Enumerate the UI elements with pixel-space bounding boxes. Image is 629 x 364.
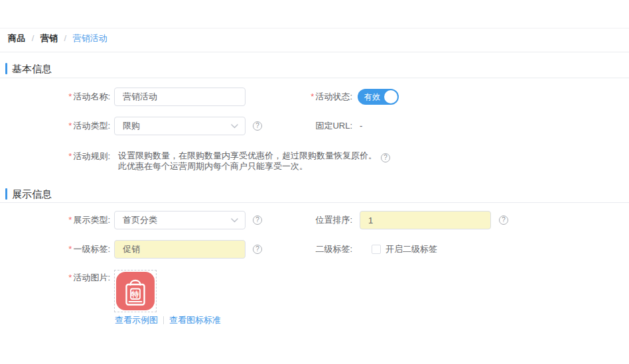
breadcrumb: 商品 / 营销 / 营销活动 [8, 33, 107, 43]
toggle-on-text: 有效 [364, 89, 380, 105]
activity-image-preview: 特 [116, 272, 155, 310]
breadcrumb-separator: / [32, 33, 35, 43]
toggle-knob [384, 90, 397, 103]
display-type-label: *展示类型: [0, 215, 110, 225]
display-type-value: 首页分类 [123, 214, 157, 226]
view-icon-standard-link[interactable]: 查看图标标准 [169, 315, 221, 325]
activity-name-input[interactable] [114, 88, 245, 106]
secondary-tag-checkbox-label[interactable]: 开启二级标签 [385, 245, 437, 254]
section-title-display-info: 展示信息 [12, 188, 52, 200]
activity-type-select[interactable]: 限购 [114, 117, 245, 135]
position-order-label: 位置排序: [252, 215, 352, 225]
position-order-help-icon[interactable]: ? [499, 215, 508, 225]
content-top-divider [0, 52, 629, 52]
shopping-bag-icon: 特 [116, 272, 155, 310]
activity-rules-help-icon[interactable]: ? [381, 153, 390, 162]
activity-status-label: *活动状态: [252, 92, 352, 101]
marketing-activity-page: 商品 / 营销 / 营销活动 基本信息 *活动名称: *活动状态: 有效 *活动… [0, 0, 629, 364]
svg-text:特: 特 [131, 290, 139, 298]
breadcrumb-item-products[interactable]: 商品 [8, 33, 25, 43]
activity-type-label: *活动类型: [0, 121, 110, 131]
activity-image-upload[interactable]: 特 [114, 270, 157, 312]
position-order-input[interactable] [360, 211, 491, 229]
link-divider [163, 316, 164, 324]
view-example-link[interactable]: 查看示例图 [115, 315, 158, 325]
section-accent-bar [5, 63, 7, 74]
activity-image-links: 查看示例图 查看图标标准 [115, 315, 221, 325]
secondary-tag-label: 二级标签: [252, 245, 352, 254]
display-type-select[interactable]: 首页分类 [114, 211, 245, 229]
primary-tag-label: *一级标签: [0, 245, 110, 254]
activity-type-value: 限购 [123, 120, 140, 132]
section-underline [0, 202, 629, 203]
activity-rules-line2: 此优惠在每个运营周期内每个商户只能享受一次。 [118, 162, 308, 171]
section-title-basic-info: 基本信息 [12, 63, 52, 74]
chevron-down-icon [231, 124, 238, 129]
secondary-tag-checkbox[interactable] [372, 245, 381, 254]
breadcrumb-item-marketing-activity: 营销活动 [73, 33, 107, 43]
activity-name-label: *活动名称: [0, 92, 110, 101]
activity-rules-label: *活动规则: [0, 152, 110, 161]
breadcrumb-item-marketing[interactable]: 营销 [40, 33, 58, 43]
chevron-down-icon [231, 218, 238, 223]
activity-status-toggle[interactable]: 有效 [358, 89, 399, 105]
activity-image-label: *活动图片: [0, 273, 110, 282]
breadcrumb-separator: / [64, 33, 67, 43]
section-accent-bar [5, 188, 7, 200]
section-underline [0, 78, 629, 78]
header-divider [0, 28, 629, 29]
fixed-url-value: - [360, 121, 362, 131]
primary-tag-input[interactable] [114, 240, 245, 259]
fixed-url-label: 固定URL: [252, 121, 352, 131]
